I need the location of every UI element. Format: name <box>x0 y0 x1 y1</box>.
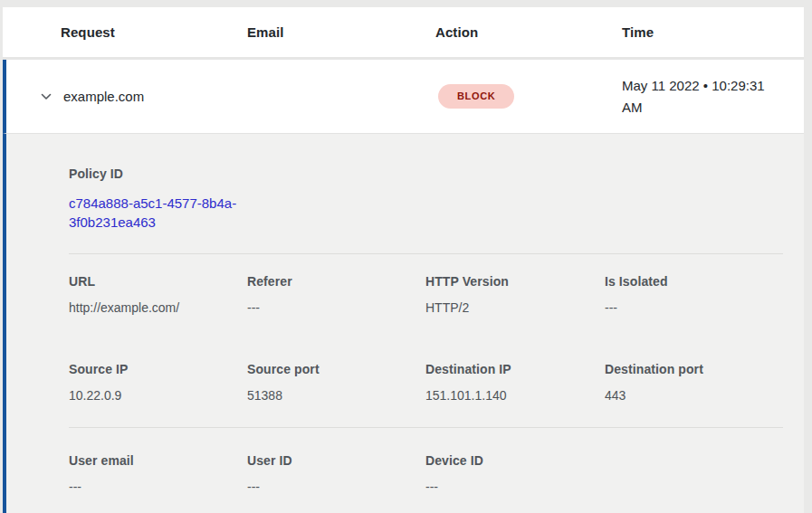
field-value: HTTP/2 <box>425 300 605 315</box>
field-value: --- <box>605 300 783 315</box>
field-is-isolated: Is Isolated --- <box>605 274 783 315</box>
field-label: User ID <box>247 453 425 468</box>
row-detail-panel: Policy ID c784a888-a5c1-4577-8b4a-3f0b23… <box>3 133 804 513</box>
field-value: --- <box>247 480 425 494</box>
field-destination-port: Destination port 443 <box>605 362 783 403</box>
action-cell: BLOCK <box>438 84 622 109</box>
field-value: http://example.com/ <box>69 300 247 315</box>
field-value: 443 <box>605 388 783 403</box>
policy-id-link[interactable]: c784a888-a5c1-4577-8b4a-3f0b231ea463 <box>69 194 250 232</box>
field-label: Device ID <box>425 453 605 468</box>
field-label: Is Isolated <box>605 274 783 289</box>
column-header-email: Email <box>247 24 435 40</box>
field-user-email: User email --- <box>69 453 247 494</box>
policy-id-label: Policy ID <box>69 166 783 181</box>
field-label: HTTP Version <box>425 274 605 289</box>
field-value: --- <box>425 480 605 494</box>
request-time: May 11 2022 • 10:29:31 AM <box>622 75 790 119</box>
field-destination-ip: Destination IP 151.101.1.140 <box>425 362 605 403</box>
field-label: Destination IP <box>425 362 605 376</box>
field-source-port: Source port 51388 <box>247 362 425 403</box>
policy-id-block: Policy ID c784a888-a5c1-4577-8b4a-3f0b23… <box>69 166 783 232</box>
request-log-card: Request Email Action Time example.com BL… <box>3 7 804 513</box>
column-header-time: Time <box>622 24 804 40</box>
field-value: 151.101.1.140 <box>425 388 605 403</box>
column-header-request: Request <box>61 24 247 40</box>
field-value: 10.22.0.9 <box>69 388 247 403</box>
field-value: --- <box>69 480 247 494</box>
page: Request Email Action Time example.com BL… <box>0 0 812 513</box>
field-http-version: HTTP Version HTTP/2 <box>425 274 605 315</box>
field-label: Destination port <box>605 362 783 376</box>
field-label: URL <box>69 274 247 289</box>
status-badge-block: BLOCK <box>438 84 514 109</box>
column-header-action: Action <box>435 24 622 40</box>
field-source-ip: Source IP 10.22.0.9 <box>69 362 247 403</box>
field-label: Referer <box>247 274 425 289</box>
field-label: Source IP <box>69 362 247 376</box>
user-fields-grid: User email --- User ID --- Device ID --- <box>69 428 783 494</box>
request-domain: example.com <box>63 89 251 104</box>
table-row[interactable]: example.com BLOCK May 11 2022 • 10:29:31… <box>3 60 804 133</box>
field-value: 51388 <box>247 388 425 403</box>
request-fields-grid: URL http://example.com/ Referer --- HTTP… <box>69 254 783 403</box>
field-referer: Referer --- <box>247 274 425 315</box>
table-header: Request Email Action Time <box>3 7 804 60</box>
field-user-id: User ID --- <box>247 453 425 494</box>
field-label: User email <box>69 453 247 468</box>
field-url: URL http://example.com/ <box>69 274 247 315</box>
field-value: --- <box>247 300 425 315</box>
chevron-down-icon[interactable] <box>37 88 55 106</box>
field-label: Source port <box>247 362 425 376</box>
field-device-id: Device ID --- <box>425 453 605 494</box>
